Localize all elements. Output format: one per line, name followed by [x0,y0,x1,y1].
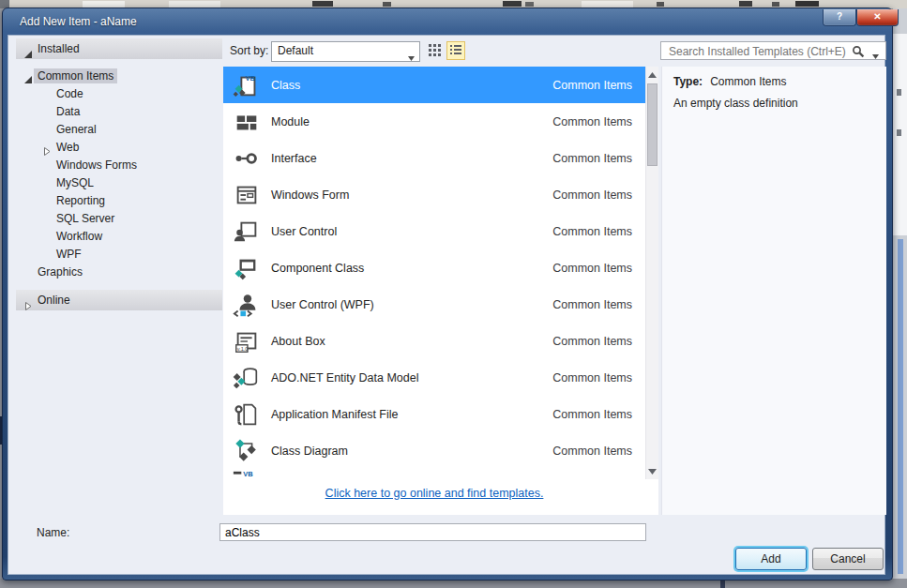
about-box-icon: v.1.0 [232,326,262,356]
help-button[interactable]: ? [823,9,856,26]
add-button[interactable]: Add [735,548,807,570]
windows-form-icon [232,180,262,210]
template-item-category: Common Items [552,115,632,128]
sidebar-item-reporting[interactable]: Reporting [16,192,222,210]
template-item-user-control-wpf[interactable]: User Control (WPF)Common Items [223,286,645,323]
template-item-category: Common Items [552,262,632,275]
background-fragment [898,239,903,574]
template-item-label: User Control [271,225,552,238]
template-rows: VBClassCommon ItemsModuleCommon ItemsInt… [223,67,645,479]
sidebar-item-code[interactable]: Code [16,85,222,103]
sort-dropdown[interactable]: Default [271,41,420,62]
search-icon[interactable] [852,45,865,61]
sidebar-label: General [56,123,97,136]
vertical-scrollbar[interactable] [645,67,658,479]
sidebar-label: Installed [38,42,80,55]
expander-expanded-icon[interactable] [24,45,33,53]
sidebar-group-installed[interactable]: Installed [16,38,222,59]
template-item-category: Common Items [552,79,632,92]
details-type-row: Type:Common Items [673,75,786,88]
template-item-class-diagram[interactable]: Class DiagramCommon Items [223,432,645,469]
scrollbar-thumb[interactable] [647,83,658,166]
online-link[interactable]: Click here to go online and find templat… [223,487,645,500]
background-fragment [83,1,125,8]
sidebar-item-data[interactable]: Data [16,103,222,121]
sidebar-label: Windows Forms [56,158,137,172]
template-item-module[interactable]: ModuleCommon Items [223,103,645,140]
template-item-label: Class Diagram [271,445,552,458]
template-item-interface[interactable]: InterfaceCommon Items [223,140,645,176]
sidebar-tree: InstalledCommon ItemsCodeDataGeneralWebW… [16,38,222,319]
template-item-category: Common Items [552,335,632,348]
sidebar-label: Code [56,87,83,100]
user-control-wpf-icon [232,290,262,320]
sidebar-label: Common Items [34,68,117,83]
sidebar-item-web[interactable]: Web [16,139,222,157]
add-new-item-dialog: Add New Item - aName ? ✕ InstalledCommon… [2,8,893,580]
search-caret-down-icon[interactable] [872,49,879,62]
background-fragment [795,1,819,7]
template-item-category: Common Items [552,188,632,202]
window-title: Add New Item - aName [20,15,137,28]
template-item-label: Class [271,79,552,92]
sidebar-item-graphics[interactable]: Graphics [16,264,222,281]
vb-class-icon: VB [232,70,262,100]
name-label: Name: [37,524,69,542]
template-item-label: Application Manifest File [271,408,552,421]
sort-dropdown-value: Default [278,44,313,57]
sidebar-label: Graphics [38,265,83,279]
cancel-button[interactable]: Cancel [812,548,884,570]
template-item-user-control[interactable]: User ControlCommon Items [223,213,645,249]
template-list: VBClassCommon ItemsModuleCommon ItemsInt… [223,67,658,515]
template-item-category: Common Items [552,298,632,311]
name-input[interactable] [219,523,646,541]
sidebar-label: Web [56,141,79,154]
template-item-ado-net-entity-data-model[interactable]: ADO.NET Entity Data ModelCommon Items [223,359,645,396]
dialog-client-area: InstalledCommon ItemsCodeDataGeneralWebW… [8,35,885,575]
details-type-label: Type: [673,75,703,88]
sidebar-item-mysql[interactable]: MySQL [16,174,222,192]
template-item-category: Common Items [552,225,632,238]
template-item-windows-form[interactable]: Windows FormCommon Items [223,176,645,213]
sidebar-item-wpf[interactable]: WPF [16,246,222,264]
svg-text:VB: VB [243,470,253,478]
sidebar-label: Reporting [56,194,105,207]
interface-icon [232,143,262,173]
template-item-component-class[interactable]: Component ClassCommon Items [223,249,645,286]
search-input[interactable] [667,43,849,60]
sidebar-label: Workflow [56,230,102,243]
background-fragment [897,129,901,136]
sidebar-item-common-items[interactable]: Common Items [16,68,222,85]
sidebar-item-general[interactable]: General [16,121,222,139]
scroll-down-icon[interactable] [646,464,658,478]
expander-expanded-icon[interactable] [24,72,33,81]
template-item-partial[interactable]: VB [223,469,645,479]
sidebar-item-sql-server[interactable]: SQL Server [16,210,222,228]
small-icons-view-button[interactable] [425,41,444,60]
sidebar-group-online[interactable]: Online [16,290,222,310]
sidebar-item-workflow[interactable]: Workflow [16,228,222,246]
close-button[interactable]: ✕ [856,9,899,26]
expander-collapsed-icon[interactable] [24,296,33,305]
sidebar-label: Data [56,105,80,118]
template-item-about-box[interactable]: v.1.0About BoxCommon Items [223,323,645,359]
template-item-class[interactable]: VBClassCommon Items [223,67,645,103]
template-item-label: Windows Form [271,188,552,202]
background-fragment [312,1,333,7]
background-fragment [897,89,901,96]
expander-collapsed-icon[interactable] [43,143,52,152]
details-description: An empty class definition [673,97,798,110]
template-item-label: Interface [271,152,552,165]
details-panel: Type:Common Items An empty class definit… [661,67,886,515]
background-fragment [525,2,534,7]
screen: Add New Item - aName ? ✕ InstalledCommon… [0,0,907,588]
template-item-label: About Box [271,335,552,348]
sidebar-item-windows-forms[interactable]: Windows Forms [16,157,222,174]
caret-down-icon [408,49,415,66]
sort-by-label: Sort by: [230,41,268,60]
list-view-button[interactable] [446,41,465,60]
component-class-icon [232,253,262,283]
scroll-up-icon[interactable] [646,68,658,82]
template-item-application-manifest-file[interactable]: Application Manifest FileCommon Items [223,396,645,432]
background-fragment [772,2,779,7]
